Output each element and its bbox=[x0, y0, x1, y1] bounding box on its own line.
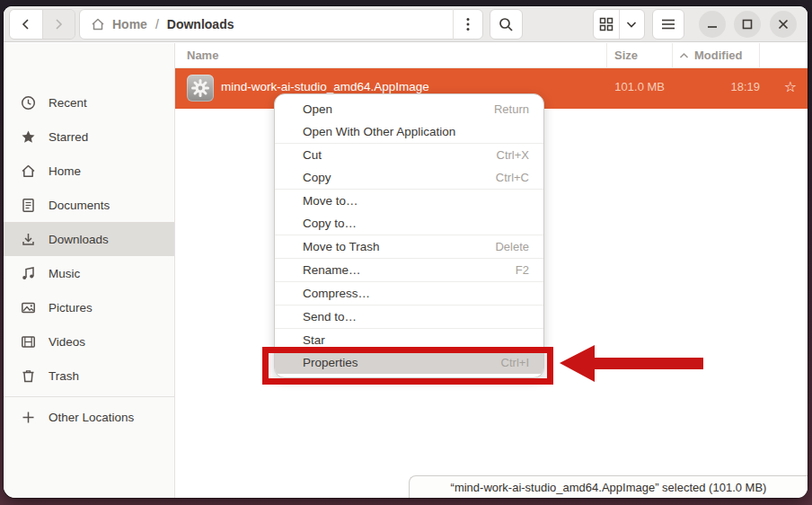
forward-button[interactable] bbox=[42, 10, 75, 39]
sidebar-item-documents[interactable]: Documents bbox=[4, 188, 174, 222]
menu-item-move-to-trash[interactable]: Move to Trash Delete bbox=[275, 235, 543, 258]
menu-item-label: Move to… bbox=[303, 194, 358, 208]
menu-item-label: Properties bbox=[303, 356, 358, 369]
column-header-size[interactable]: Size bbox=[614, 49, 638, 62]
music-note-icon bbox=[21, 266, 36, 281]
location-menu-button[interactable] bbox=[454, 9, 482, 40]
menu-item-properties[interactable]: Properties Ctrl+I bbox=[275, 351, 543, 374]
hamburger-icon bbox=[661, 18, 675, 31]
breadcrumb[interactable]: Home / Downloads bbox=[79, 9, 483, 40]
menu-item-star[interactable]: Star bbox=[275, 329, 543, 351]
close-icon bbox=[778, 19, 789, 30]
view-options-dropdown[interactable] bbox=[620, 10, 645, 39]
hamburger-menu-button[interactable] bbox=[652, 9, 684, 40]
menu-item-accel: Ctrl+C bbox=[496, 171, 529, 184]
sidebar-item-label: Trash bbox=[49, 369, 79, 383]
kebab-menu-icon bbox=[466, 17, 470, 31]
minimize-button[interactable] bbox=[699, 11, 726, 38]
back-button[interactable] bbox=[10, 10, 42, 39]
sidebar-item-music[interactable]: Music bbox=[4, 256, 174, 290]
download-icon bbox=[21, 232, 36, 247]
menu-item-open[interactable]: Open Return bbox=[275, 98, 543, 120]
plus-icon bbox=[21, 410, 36, 425]
column-separator bbox=[672, 43, 673, 68]
menu-item-accel: Return bbox=[494, 102, 529, 116]
menu-item-label: Rename… bbox=[303, 263, 361, 277]
column-separator bbox=[606, 43, 607, 68]
film-icon bbox=[21, 334, 36, 350]
sidebar-item-label: Videos bbox=[49, 335, 85, 349]
file-size: 101.0 MB bbox=[614, 80, 665, 93]
navigation-buttons bbox=[9, 9, 75, 40]
close-button[interactable] bbox=[770, 11, 797, 38]
status-bar: “mind-work-ai-studio_amd64.AppImage” sel… bbox=[409, 475, 808, 498]
column-header-name[interactable]: Name bbox=[187, 49, 218, 62]
home-icon bbox=[21, 164, 36, 179]
menu-item-copy-to[interactable]: Copy to… bbox=[275, 212, 543, 235]
menu-item-send-to[interactable]: Send to… bbox=[275, 306, 543, 328]
sort-ascending-icon bbox=[679, 52, 689, 59]
minimize-icon bbox=[707, 19, 718, 30]
menu-item-label: Move to Trash bbox=[303, 240, 380, 253]
menu-item-open-with[interactable]: Open With Other Application bbox=[275, 120, 543, 143]
sidebar-divider bbox=[4, 396, 174, 397]
clock-icon bbox=[21, 95, 36, 111]
menu-item-label: Open With Other Application bbox=[303, 125, 455, 138]
chevron-down-icon bbox=[625, 18, 638, 31]
menu-item-accel: F2 bbox=[516, 263, 529, 277]
column-separator bbox=[759, 43, 760, 68]
menu-item-label: Star bbox=[303, 333, 325, 347]
files-window: Home / Downloads bbox=[4, 6, 808, 498]
menu-item-accel: Delete bbox=[495, 240, 529, 253]
menu-item-accel: Ctrl+X bbox=[497, 148, 529, 162]
menu-item-accel: Ctrl+I bbox=[501, 356, 529, 369]
search-button[interactable] bbox=[490, 9, 523, 40]
home-icon bbox=[91, 17, 105, 31]
sidebar: Recent Starred Home Documents Downloads … bbox=[4, 43, 175, 498]
menu-item-label: Send to… bbox=[303, 310, 357, 323]
sidebar-item-pictures[interactable]: Pictures bbox=[4, 290, 174, 324]
star-toggle-icon[interactable]: ☆ bbox=[784, 78, 797, 95]
document-icon bbox=[21, 198, 36, 213]
breadcrumb-separator: / bbox=[155, 17, 159, 31]
search-icon bbox=[499, 17, 514, 32]
sidebar-item-label: Pictures bbox=[49, 301, 93, 315]
breadcrumb-current[interactable]: Downloads bbox=[167, 17, 234, 31]
sidebar-item-downloads[interactable]: Downloads bbox=[4, 222, 174, 256]
maximize-icon bbox=[742, 19, 753, 30]
sidebar-item-videos[interactable]: Videos bbox=[4, 324, 174, 359]
column-header-modified[interactable]: Modified bbox=[679, 49, 742, 62]
sidebar-item-label: Downloads bbox=[49, 233, 109, 246]
headerbar: Home / Downloads bbox=[4, 6, 808, 42]
sidebar-item-label: Music bbox=[49, 267, 80, 280]
grid-view-button[interactable] bbox=[594, 10, 619, 39]
sidebar-item-label: Starred bbox=[49, 130, 88, 144]
sidebar-item-trash[interactable]: Trash bbox=[4, 359, 174, 393]
sidebar-item-home[interactable]: Home bbox=[4, 154, 174, 188]
menu-item-copy[interactable]: Copy Ctrl+C bbox=[275, 166, 543, 189]
menu-item-rename[interactable]: Rename… F2 bbox=[275, 259, 543, 281]
menu-item-label: Cut bbox=[303, 148, 322, 162]
picture-icon bbox=[21, 300, 36, 315]
context-menu: Open Return Open With Other Application … bbox=[274, 93, 544, 378]
sidebar-item-label: Documents bbox=[49, 199, 110, 212]
sidebar-item-starred[interactable]: Starred bbox=[4, 120, 174, 154]
menu-item-label: Copy bbox=[303, 171, 331, 184]
breadcrumb-home[interactable]: Home bbox=[112, 17, 147, 31]
chevron-left-icon bbox=[20, 18, 32, 31]
menu-item-label: Open bbox=[303, 102, 332, 116]
sidebar-item-label: Home bbox=[49, 164, 81, 178]
view-toggle-split-button bbox=[593, 9, 645, 40]
star-icon bbox=[21, 129, 36, 145]
menu-item-cut[interactable]: Cut Ctrl+X bbox=[275, 144, 543, 166]
column-header-modified-label: Modified bbox=[694, 49, 742, 62]
sidebar-item-recent[interactable]: Recent bbox=[4, 85, 174, 120]
menu-item-move-to[interactable]: Move to… bbox=[275, 190, 543, 212]
maximize-button[interactable] bbox=[734, 11, 761, 38]
list-column-headers: Name Size Modified bbox=[175, 43, 808, 68]
sidebar-item-label: Other Locations bbox=[49, 411, 134, 424]
menu-item-label: Copy to… bbox=[303, 217, 357, 230]
menu-item-compress[interactable]: Compress… bbox=[275, 282, 543, 305]
file-modified-time: 18:19 bbox=[730, 80, 760, 93]
sidebar-item-other-locations[interactable]: Other Locations bbox=[4, 400, 174, 434]
